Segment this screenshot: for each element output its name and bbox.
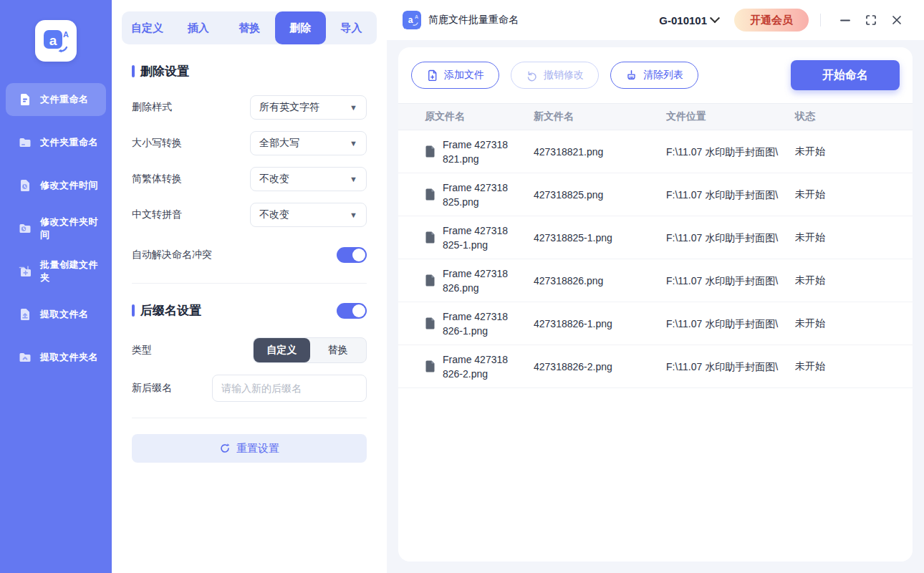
segment-custom[interactable]: 自定义 xyxy=(254,338,310,362)
sidebar: a A 文件重命名 文件夹重命名 xyxy=(0,0,112,573)
sidebar-item-label: 批量创建文件夹 xyxy=(40,259,106,284)
case-convert-select[interactable]: 全部大写 ▼ xyxy=(250,131,367,155)
conflict-row: 自动解决命名冲突 xyxy=(132,243,367,267)
minimize-button[interactable] xyxy=(832,7,858,33)
col-header-status: 状态 xyxy=(795,110,913,123)
tab-import[interactable]: 导入 xyxy=(326,11,377,44)
original-filename: Frame 427318821.png xyxy=(443,138,509,166)
broom-icon xyxy=(625,69,637,82)
add-file-icon xyxy=(426,69,438,82)
file-icon xyxy=(17,92,33,107)
file-location: F:\11.07 水印助手封面图\ xyxy=(666,232,778,244)
select-value: 所有英文字符 xyxy=(259,101,350,114)
undo-button[interactable]: 撤销修改 xyxy=(511,62,599,89)
file-location: F:\11.07 水印助手封面图\ xyxy=(666,361,778,372)
tab-replace[interactable]: 替换 xyxy=(223,11,274,44)
tab-delete[interactable]: 删除 xyxy=(275,11,326,44)
sidebar-item-extract-file-name[interactable]: 提取文件名 xyxy=(6,298,106,331)
field-label: 类型 xyxy=(132,344,253,357)
chevron-down-icon: ▼ xyxy=(350,103,357,112)
file-location: F:\11.07 水印助手封面图\ xyxy=(666,146,778,158)
svg-text:a: a xyxy=(49,33,57,48)
original-filename: Frame 427318826-1.png xyxy=(443,309,509,338)
close-button[interactable] xyxy=(884,7,910,33)
new-filename: 427318826.png xyxy=(534,275,666,286)
version-dropdown[interactable]: G-010101 xyxy=(659,14,718,27)
field-label: 简繁体转换 xyxy=(132,173,250,186)
file-doc-icon xyxy=(425,317,435,329)
pinyin-row: 中文转拼音 不改变 ▼ xyxy=(132,203,367,227)
status-text: 未开始 xyxy=(795,274,913,287)
sidebar-item-modify-folder-time[interactable]: 修改文件夹时间 xyxy=(6,212,106,245)
settings-tabbar: 自定义 插入 替换 删除 导入 xyxy=(122,11,377,44)
refresh-icon xyxy=(219,443,231,454)
start-rename-button[interactable]: 开始命名 xyxy=(791,60,900,90)
sidebar-item-label: 提取文件夹名 xyxy=(40,351,98,364)
chevron-down-icon: ▼ xyxy=(350,139,357,148)
table-row[interactable]: Frame 427318826-1.png 427318826-1.png F:… xyxy=(398,302,913,345)
reset-settings-button[interactable]: 重置设置 xyxy=(132,434,367,463)
col-header-new: 新文件名 xyxy=(534,110,666,123)
status-text: 未开始 xyxy=(795,188,913,201)
sidebar-item-label: 文件重命名 xyxy=(40,93,89,106)
file-doc-icon xyxy=(425,274,435,286)
status-text: 未开始 xyxy=(795,317,913,330)
file-up-icon xyxy=(17,307,33,322)
new-filename: 427318826-2.png xyxy=(534,361,666,372)
suffix-toggle[interactable] xyxy=(337,303,367,319)
table-row[interactable]: Frame 427318825-1.png 427318825-1.png F:… xyxy=(398,216,913,259)
add-files-label: 添加文件 xyxy=(444,69,484,82)
conflict-toggle[interactable] xyxy=(337,247,367,263)
clear-list-button[interactable]: 清除列表 xyxy=(610,62,698,89)
delete-style-row: 删除样式 所有英文字符 ▼ xyxy=(132,95,367,120)
suffix-type-segmented: 自定义 替换 xyxy=(253,337,367,363)
app-titlebar-icon: a A xyxy=(403,11,421,29)
select-value: 不改变 xyxy=(259,173,350,186)
add-files-button[interactable]: 添加文件 xyxy=(411,62,499,89)
sidebar-item-folder-rename[interactable]: 文件夹重命名 xyxy=(6,126,106,159)
segment-replace[interactable]: 替换 xyxy=(310,338,367,362)
undo-icon xyxy=(526,69,538,82)
table-row[interactable]: Frame 427318821.png 427318821.png F:\11.… xyxy=(398,130,913,173)
maximize-icon xyxy=(865,14,877,26)
sidebar-item-file-rename[interactable]: 文件重命名 xyxy=(6,83,106,116)
section-accent-bar xyxy=(132,304,135,317)
original-filename: Frame 427318826-2.png xyxy=(443,352,509,381)
field-label: 删除样式 xyxy=(132,101,250,114)
clear-list-label: 清除列表 xyxy=(643,69,683,82)
file-doc-icon xyxy=(425,231,435,244)
folder-up-icon xyxy=(17,350,33,365)
field-label: 大小写转换 xyxy=(132,137,250,150)
maximize-button[interactable] xyxy=(858,7,884,33)
table-row[interactable]: Frame 427318825.png 427318825.png F:\11.… xyxy=(398,173,913,216)
status-text: 未开始 xyxy=(795,231,913,244)
new-suffix-input[interactable] xyxy=(212,375,367,402)
chevron-down-icon: ▼ xyxy=(350,175,357,183)
sidebar-item-extract-folder-name[interactable]: 提取文件夹名 xyxy=(6,341,106,374)
sidebar-item-label: 修改文件时间 xyxy=(40,179,98,192)
tab-insert[interactable]: 插入 xyxy=(173,11,223,44)
simplified-traditional-select[interactable]: 不改变 ▼ xyxy=(250,167,367,191)
delete-style-select[interactable]: 所有英文字符 ▼ xyxy=(250,95,367,120)
new-filename: 427318825-1.png xyxy=(534,232,666,244)
svg-text:A: A xyxy=(63,30,69,39)
table-row[interactable]: Frame 427318826.png 427318826.png F:\11.… xyxy=(398,259,913,302)
status-text: 未开始 xyxy=(795,360,913,373)
table-row[interactable]: Frame 427318826-2.png 427318826-2.png F:… xyxy=(398,345,913,388)
sidebar-item-label: 提取文件名 xyxy=(40,308,89,321)
file-doc-icon xyxy=(425,188,435,201)
sidebar-item-label: 文件夹重命名 xyxy=(40,136,98,149)
folder-plus-icon xyxy=(17,264,33,279)
sidebar-item-batch-create-folder[interactable]: 批量创建文件夹 xyxy=(6,255,106,288)
sidebar-item-modify-file-time[interactable]: 修改文件时间 xyxy=(6,169,106,202)
file-location: F:\11.07 水印助手封面图\ xyxy=(666,275,778,286)
divider xyxy=(132,418,367,418)
folder-icon xyxy=(17,135,33,150)
suffix-type-row: 类型 自定义 替换 xyxy=(132,337,367,363)
tab-custom[interactable]: 自定义 xyxy=(122,11,173,44)
col-header-location: 文件位置 xyxy=(666,110,795,123)
delete-section-header: 删除设置 xyxy=(132,63,367,80)
vip-button[interactable]: 开通会员 xyxy=(734,9,809,32)
file-doc-icon xyxy=(425,145,435,158)
pinyin-select[interactable]: 不改变 ▼ xyxy=(250,203,367,227)
